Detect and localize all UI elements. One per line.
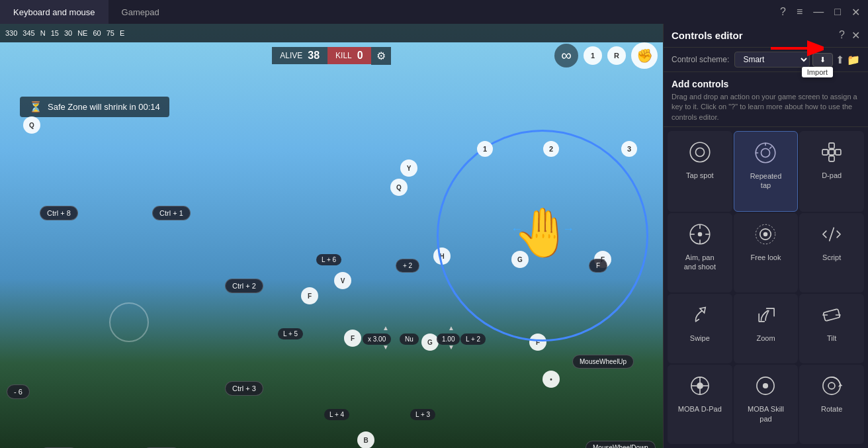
main-layout: 330 345 N 15 30 NE 60 75 E ALIVE 38 KILL…	[0, 24, 868, 448]
key-lplus6[interactable]: L + 6	[316, 254, 341, 265]
control-moba-dpad[interactable]: MOBA D-Pad	[668, 365, 732, 444]
svg-point-12	[698, 232, 703, 237]
svg-point-25	[697, 382, 703, 389]
help-panel-icon[interactable]: ?	[839, 29, 845, 42]
tab-keyboard[interactable]: Keyboard and mouse	[0, 0, 108, 24]
script-label: Script	[822, 253, 841, 262]
maximize-icon[interactable]: □	[834, 6, 841, 18]
tap-spot-label: Tap spot	[686, 171, 714, 180]
scroll-down-icon[interactable]: ▼	[382, 343, 389, 351]
rotate-label: Rotate	[821, 404, 842, 414]
key-plus2[interactable]: L + 2	[460, 334, 486, 345]
menu-icon[interactable]: ≡	[797, 6, 803, 18]
control-freelook[interactable]: Free look	[734, 213, 799, 292]
minimize-icon[interactable]: —	[813, 6, 824, 18]
svg-point-31	[763, 383, 768, 388]
key-nu[interactable]: Nu	[400, 334, 419, 345]
svg-rect-6	[829, 143, 834, 148]
aim-label: Aim, pan and shoot	[684, 253, 716, 272]
key-q[interactable]: Q	[390, 179, 408, 196]
key-rightclick[interactable]: MouseWheelUp	[572, 355, 634, 369]
swipe-icon	[685, 300, 715, 330]
key-f3[interactable]: F	[344, 330, 361, 347]
repeated-tap-label: Repeated tap	[750, 171, 782, 191]
key-v[interactable]: V	[334, 272, 351, 289]
add-controls-desc: Drag and drop an action on your game scr…	[672, 92, 860, 122]
control-dpad[interactable]: D-pad	[799, 131, 864, 212]
svg-point-4	[756, 143, 775, 162]
gear-icon: ⚙	[376, 50, 386, 62]
key-space[interactable]: MouseWheelDown	[586, 441, 656, 448]
scroll-up2-icon[interactable]: ▲	[448, 324, 455, 332]
help-icon[interactable]: ?	[780, 6, 786, 18]
tab-gamepad[interactable]: Gamepad	[108, 0, 173, 24]
key-ctrl1[interactable]: Ctrl + 1	[152, 206, 191, 220]
scroll-up-icon[interactable]: ▲	[382, 324, 389, 332]
tap-spot-icon	[685, 138, 715, 167]
safe-zone-banner: ⏳ Safe Zone will shrink in 00:14	[20, 97, 169, 117]
close-icon[interactable]: ✕	[851, 6, 860, 19]
key-lplus3[interactable]: L + 3	[410, 409, 435, 420]
key-q2[interactable]: Q	[23, 116, 40, 134]
freelook-label: Free look	[751, 253, 781, 262]
aim-arrows: ← →	[511, 222, 574, 236]
alive-counter: ALIVE 38	[272, 47, 327, 64]
repeated-tap-icon	[751, 138, 780, 167]
timer-icon: ⏳	[29, 101, 42, 113]
tilt-icon	[817, 300, 846, 330]
folder-icon[interactable]: 📁	[847, 54, 860, 66]
hud-right: ∞ 1 R ✊	[554, 42, 663, 69]
game-area[interactable]: 330 345 N 15 30 NE 60 75 E ALIVE 38 KILL…	[0, 24, 663, 448]
aim-num-1: 1	[477, 141, 493, 157]
key-lplus5[interactable]: L + 5	[278, 328, 303, 339]
hud-settings-button[interactable]: ⚙	[371, 47, 391, 65]
key-ctrl2[interactable]: Ctrl + 2	[225, 279, 263, 293]
key-g2[interactable]: G	[421, 334, 439, 351]
moba-skill-label: MOBA Skill pad	[748, 404, 784, 424]
export-icon[interactable]: ⬆	[836, 54, 844, 66]
kill-counter: KILL 0	[327, 47, 371, 64]
key-lplus4[interactable]: L + 4	[324, 409, 349, 420]
import-arrow	[771, 38, 824, 74]
control-script[interactable]: Script	[799, 213, 864, 292]
control-tilt[interactable]: Tilt	[799, 294, 864, 363]
panel-header-icons: ? ✕	[839, 29, 860, 42]
add-controls-section: Add controls Drag and drop an action on …	[664, 72, 868, 127]
key-ctrl8[interactable]: Ctrl + 8	[40, 206, 78, 220]
add-controls-title: Add controls	[672, 79, 860, 89]
key-b[interactable]: B	[357, 431, 374, 448]
key-neg6[interactable]: - 6	[7, 384, 30, 399]
swipe-label: Swipe	[690, 334, 710, 343]
close-panel-icon[interactable]: ✕	[851, 29, 860, 42]
control-tap-spot[interactable]: Tap spot	[668, 131, 732, 212]
dpad-label: D-pad	[822, 171, 842, 180]
tilt-label: Tilt	[827, 334, 836, 343]
joystick-outer[interactable]	[109, 302, 149, 342]
control-aim[interactable]: Aim, pan and shoot	[668, 213, 732, 292]
svg-point-18	[763, 232, 768, 237]
zoom-icon	[751, 300, 780, 330]
rotate-icon	[817, 371, 846, 400]
key-dot[interactable]: •	[542, 371, 560, 388]
moba-skill-icon	[751, 371, 780, 400]
scheme-label: Control scheme:	[672, 55, 729, 64]
svg-line-20	[830, 228, 834, 241]
svg-rect-7	[829, 156, 834, 161]
key-ctrl3[interactable]: Ctrl + 3	[225, 381, 263, 396]
left-arrow-icon: ←	[511, 222, 523, 236]
scroll-down2-icon[interactable]: ▼	[448, 343, 455, 351]
control-swipe[interactable]: Swipe	[668, 294, 732, 363]
script-icon	[817, 220, 846, 249]
svg-point-33	[828, 382, 835, 389]
aim-circle[interactable]: 1 2 3 🤚 ← →	[437, 130, 648, 341]
zoom-label: Zoom	[756, 334, 775, 343]
key-y[interactable]: Y	[400, 159, 417, 177]
svg-point-2	[690, 142, 709, 161]
key-f2[interactable]: F	[301, 287, 318, 304]
control-rotate[interactable]: Rotate	[799, 365, 864, 444]
key-mwup[interactable]: + 2	[396, 259, 419, 273]
control-zoom[interactable]: Zoom	[734, 294, 799, 363]
control-repeated-tap[interactable]: Repeated tap	[734, 131, 799, 212]
controls-grid: Tap spot Repeated tap	[664, 127, 868, 448]
control-moba-skill[interactable]: MOBA Skill pad	[734, 365, 799, 444]
